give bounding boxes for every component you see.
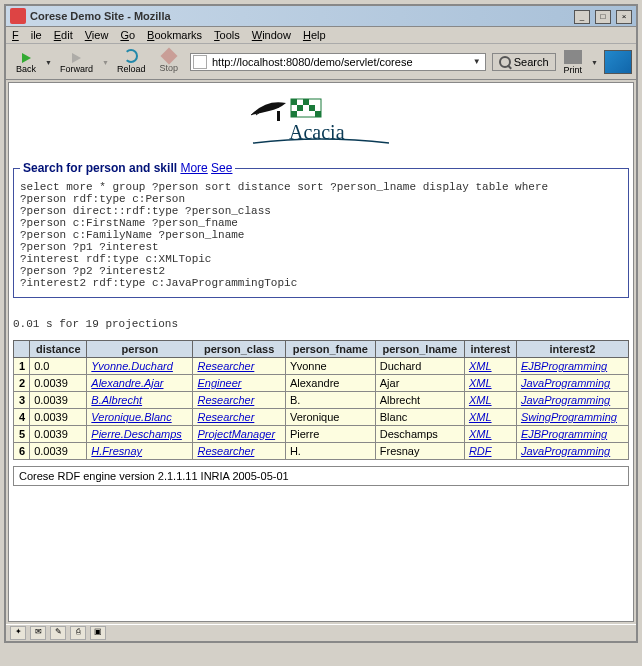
status-icon-5[interactable]: ▣ (90, 626, 106, 640)
cell-distance: 0.0039 (30, 375, 87, 392)
cell-person-link[interactable]: B.Albrecht (91, 394, 142, 406)
svg-rect-3 (297, 105, 303, 111)
status-icon-2[interactable]: ✉ (30, 626, 46, 640)
cell-person-link[interactable]: Pierre.Deschamps (91, 428, 181, 440)
cell-distance: 0.0039 (30, 443, 87, 460)
cell-interest-link[interactable]: RDF (469, 445, 492, 457)
cell-person-link[interactable]: Alexandre.Ajar (91, 377, 163, 389)
cell-interest2-link[interactable]: JavaProgramming (521, 377, 610, 389)
row-number: 1 (14, 358, 30, 375)
back-dropdown[interactable]: ▼ (45, 59, 52, 66)
cell-interest-link[interactable]: XML (469, 411, 492, 423)
statusbar: ✦ ✉ ✎ ⎙ ▣ (6, 624, 636, 641)
col-rownum (14, 341, 30, 358)
cell-person-class: Researcher (193, 409, 285, 426)
col-distance: distance (30, 341, 87, 358)
cell-interest2: JavaProgramming (516, 443, 628, 460)
cell-interest-link[interactable]: XML (469, 394, 492, 406)
table-row: 20.0039Alexandre.AjarEngineerAlexandreAj… (14, 375, 629, 392)
menu-bookmarks[interactable]: Bookmarks (147, 29, 202, 41)
cell-person: Pierre.Deschamps (87, 426, 193, 443)
throbber-icon (604, 50, 632, 74)
menu-edit[interactable]: Edit (54, 29, 73, 41)
search-button[interactable]: Search (492, 53, 556, 71)
reload-button[interactable]: Reload (111, 47, 152, 76)
menu-help[interactable]: Help (303, 29, 326, 41)
cell-interest2-link[interactable]: EJBProgramming (521, 428, 607, 440)
results-table: distancepersonperson_classperson_fnamepe… (13, 340, 629, 460)
svg-rect-7 (277, 111, 280, 121)
url-input[interactable] (210, 55, 471, 69)
cell-lname: Ajar (375, 375, 464, 392)
url-dropdown[interactable]: ▼ (471, 57, 483, 66)
see-link[interactable]: See (211, 161, 232, 175)
cell-person-class-link[interactable]: Engineer (197, 377, 241, 389)
cell-person-class-link[interactable]: ProjectManager (197, 428, 275, 440)
cell-lname: Duchard (375, 358, 464, 375)
minimize-button[interactable]: _ (574, 10, 590, 24)
cell-interest: XML (464, 409, 516, 426)
cell-interest2: JavaProgramming (516, 375, 628, 392)
url-bar[interactable]: ▼ (190, 53, 486, 71)
cell-interest2: EJBProgramming (516, 358, 628, 375)
status-icon-3[interactable]: ✎ (50, 626, 66, 640)
row-number: 2 (14, 375, 30, 392)
cell-lname: Deschamps (375, 426, 464, 443)
cell-person: Yvonne.Duchard (87, 358, 193, 375)
cell-lname: Fresnay (375, 443, 464, 460)
cell-person: Alexandre.Ajar (87, 375, 193, 392)
col-interest2: interest2 (516, 341, 628, 358)
menu-tools[interactable]: Tools (214, 29, 240, 41)
cell-fname: H. (285, 443, 375, 460)
menu-go[interactable]: Go (120, 29, 135, 41)
cell-fname: Alexandre (285, 375, 375, 392)
cell-interest2-link[interactable]: SwingProgramming (521, 411, 617, 423)
menu-window[interactable]: Window (252, 29, 291, 41)
svg-rect-1 (291, 99, 297, 105)
print-button[interactable]: Print (558, 46, 589, 77)
print-dropdown[interactable]: ▼ (591, 59, 598, 66)
status-icon-4[interactable]: ⎙ (70, 626, 86, 640)
cell-interest2: SwingProgramming (516, 409, 628, 426)
cell-interest2-link[interactable]: JavaProgramming (521, 394, 610, 406)
cell-person-class-link[interactable]: Researcher (197, 394, 254, 406)
cell-person-link[interactable]: Veronique.Blanc (91, 411, 171, 423)
logo: Acacia (13, 87, 629, 157)
cell-person-link[interactable]: Yvonne.Duchard (91, 360, 173, 372)
search-fieldset: Search for person and skill More See sel… (13, 161, 629, 298)
menu-view[interactable]: View (85, 29, 109, 41)
cell-person-class: Engineer (193, 375, 285, 392)
cell-person-class-link[interactable]: Researcher (197, 360, 254, 372)
menu-file[interactable]: File (12, 29, 42, 41)
stop-icon (160, 48, 177, 65)
cell-interest2: JavaProgramming (516, 392, 628, 409)
svg-rect-6 (315, 111, 321, 117)
reload-icon (124, 49, 138, 63)
table-row: 40.0039Veronique.BlancResearcherVeroniqu… (14, 409, 629, 426)
status-icon-1[interactable]: ✦ (10, 626, 26, 640)
timing-text: 0.01 s for 19 projections (13, 302, 629, 340)
table-row: 60.0039H.FresnayResearcherH.FresnayRDFJa… (14, 443, 629, 460)
cell-person-class: Researcher (193, 443, 285, 460)
cell-person-link[interactable]: H.Fresnay (91, 445, 142, 457)
close-button[interactable]: × (616, 10, 632, 24)
cell-interest-link[interactable]: XML (469, 428, 492, 440)
back-button[interactable]: Back (10, 47, 42, 76)
cell-person-class-link[interactable]: Researcher (197, 445, 254, 457)
cell-interest2-link[interactable]: EJBProgramming (521, 360, 607, 372)
cell-person: B.Albrecht (87, 392, 193, 409)
more-link[interactable]: More (180, 161, 207, 175)
cell-interest2-link[interactable]: JavaProgramming (521, 445, 610, 457)
cell-person-class-link[interactable]: Researcher (197, 411, 254, 423)
toolbar: Back ▼ Forward ▼ Reload Stop ▼ Search Pr… (6, 44, 636, 80)
cell-fname: Pierre (285, 426, 375, 443)
cell-distance: 0.0039 (30, 392, 87, 409)
cell-interest-link[interactable]: XML (469, 377, 492, 389)
page-content: Acacia Search for person and skill More … (8, 82, 634, 622)
cell-interest: XML (464, 426, 516, 443)
search-icon (499, 56, 511, 68)
maximize-button[interactable]: □ (595, 10, 611, 24)
cell-interest-link[interactable]: XML (469, 360, 492, 372)
cell-fname: B. (285, 392, 375, 409)
cell-fname: Veronique (285, 409, 375, 426)
